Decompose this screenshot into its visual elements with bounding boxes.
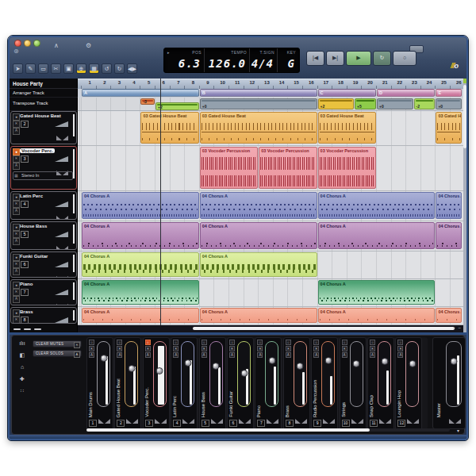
mixer-scroll-handle[interactable] [86,428,370,432]
channel-mute-icon[interactable]: ✕ [89,346,94,351]
audio-clip[interactable]: 04 Chorus A [82,308,199,323]
audio-clip[interactable]: 03 Vocoder Percussion [318,147,376,189]
pan-control[interactable] [56,298,68,305]
fader-slot[interactable] [294,341,307,407]
arranger-section-E[interactable]: E [436,89,462,97]
transpose-clip[interactable]: +2 [155,102,199,110]
arranger-section-B[interactable]: B [200,89,317,97]
monitor-icon[interactable]: ◧ [20,352,25,358]
vscroll-top-button[interactable] [463,79,466,83]
channel-solo-icon[interactable]: A [397,352,403,358]
track-header-drums[interactable]: ●Gated House Beat✕A2 [10,111,77,144]
fader-slot[interactable] [378,341,391,407]
transpose-track-header[interactable]: Transpose Track [10,98,78,111]
undo-button[interactable]: ↺ [102,63,112,74]
channel-solo-icon[interactable]: A [286,352,291,358]
channel-mute-icon[interactable]: ✕ [173,346,178,351]
automation-icon[interactable]: A [13,238,20,245]
mixer-channel-10[interactable]: ○✕AStrings10 [340,337,367,429]
tempo-display[interactable]: TEMPO 126.0 [205,48,250,72]
audio-clip[interactable]: 04 Chorus A [318,192,436,219]
channel-solo-icon[interactable]: A [370,352,375,358]
zoom-tool[interactable]: ⊕ [76,63,86,74]
volume-wedge[interactable] [55,156,68,162]
channel-solo-icon[interactable]: A [202,352,207,358]
transpose-clip[interactable]: +5 [355,98,376,109]
channel-solo-icon[interactable]: A [117,352,122,358]
fader-knob[interactable] [100,355,107,362]
transpose-clip[interactable]: -2 [414,98,436,109]
audio-clip[interactable]: 04 Chorus A [200,192,317,219]
mixer-channel-8[interactable]: ○✕ABrass8 [283,337,310,429]
channel-solo-icon[interactable]: A [257,352,263,358]
automation-icon[interactable]: A [13,128,20,135]
channel-mute-icon[interactable]: ✕ [257,346,263,351]
channel-record-icon[interactable]: ○ [370,340,375,345]
audio-clip[interactable]: 04 Chorus A [200,252,317,277]
arranger-section-C[interactable]: C [318,89,376,97]
transpose-clip[interactable]: +0 [377,98,413,109]
volume-wedge[interactable] [55,262,68,267]
channel-mute-icon[interactable]: ✕ [229,346,235,351]
grid-tool[interactable]: ▦ [89,63,99,74]
channel-record-icon[interactable]: ○ [313,340,319,345]
automation-icon[interactable]: A [13,163,20,170]
clear-mutes-button[interactable]: CLEAR MUTES ✕ [33,340,82,347]
audio-clip[interactable]: 04 Chorus A [82,192,199,219]
channel-solo-icon[interactable]: A [145,352,151,358]
fader-knob[interactable] [268,357,275,364]
fader-knob[interactable] [409,360,416,367]
track-lane-guitar[interactable]: 04 Chorus A04 Chorus A [78,251,463,279]
record-icon[interactable]: ● [13,282,20,289]
fader-knob[interactable] [297,363,304,370]
position-display[interactable]: ▸ POS 6.3 [164,48,205,72]
fader-slot[interactable] [265,341,278,407]
key-display[interactable]: KEY G [278,48,298,72]
automation-icon[interactable]: A [13,208,20,215]
track-name[interactable]: Vocoder Perc. [20,148,55,153]
mixer-channel-2[interactable]: ○✕AGated House Beat2 [114,337,141,429]
mute-icon[interactable]: ✕ [13,121,20,128]
channel-record-icon[interactable]: ○ [89,340,94,345]
channel-mute-icon[interactable]: ✕ [145,346,151,351]
channel-record-icon[interactable]: ○ [397,340,403,345]
track-header-latin[interactable]: ●Latin Perc✕A4 [10,191,77,220]
volume-wedge[interactable] [55,202,68,207]
fader-slot[interactable] [97,341,110,407]
audio-clip[interactable]: 04 Chorus A [318,308,436,323]
fader-knob[interactable] [156,367,163,374]
mute-tool[interactable]: ▣ [63,63,74,74]
channel-pan[interactable] [267,413,278,427]
split-tool[interactable]: ✂ [51,63,61,74]
channel-pan[interactable] [98,413,110,427]
navigate-icon[interactable]: ✚ [20,376,25,382]
tuner-icon[interactable]: ∧ [54,42,59,49]
channel-record-icon[interactable]: ○ [173,340,178,345]
record-icon[interactable]: ● [13,224,20,231]
audio-clip[interactable]: 03 Gated House Beat [436,112,462,144]
audio-clip[interactable]: 03 Gated House Beat [200,112,317,144]
channel-pan[interactable] [351,413,363,427]
close-window-button[interactable] [14,40,21,47]
record-icon[interactable]: ● [13,148,20,155]
mixer-channel-11[interactable]: ○✕ASnap Clap11 [367,337,394,429]
channel-pan[interactable] [182,413,194,427]
fader-knob[interactable] [213,363,220,370]
mute-icon[interactable]: ✕ [13,201,20,208]
home-icon[interactable]: ⌂ [21,364,24,370]
volume-wedge[interactable] [55,290,68,295]
mute-icon[interactable]: ✕ [13,317,20,324]
channel-solo-icon[interactable]: A [313,352,319,358]
fader-slot[interactable] [237,341,251,407]
audio-clip[interactable]: 04 Chorus A [200,222,317,249]
audio-clip[interactable]: 04 Chorus A [82,252,199,277]
mixer-channel-5[interactable]: ○✕AHouse Bass5 [199,337,226,429]
track-name[interactable]: Piano [20,282,33,286]
cycle-button[interactable]: ↻ [373,51,391,66]
channel-record-icon[interactable]: ○ [286,340,291,345]
channel-mute-icon[interactable]: ✕ [202,346,207,351]
minimize-window-button[interactable] [24,40,31,47]
pan-control[interactable] [56,270,68,278]
channel-pan[interactable] [126,413,138,427]
audio-clip[interactable]: 04 Chorus A [318,222,436,249]
